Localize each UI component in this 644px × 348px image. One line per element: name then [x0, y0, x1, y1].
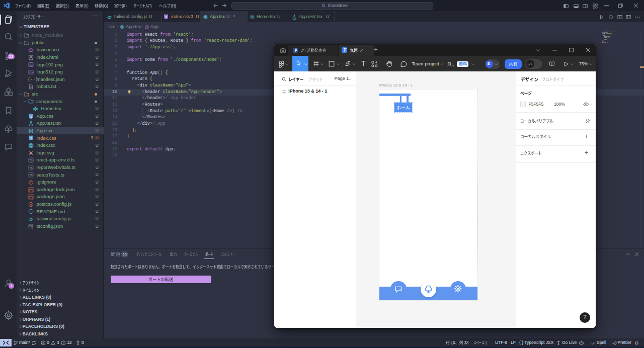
svg-text:TS: TS: [29, 159, 33, 162]
svg-text:TS: TS: [29, 166, 33, 169]
svg-text:3: 3: [30, 115, 32, 118]
svg-text:3: 3: [30, 137, 32, 140]
svg-text:3: 3: [165, 16, 167, 19]
svg-text:TS: TS: [29, 173, 33, 177]
svg-text:[]: []: [145, 26, 148, 28]
